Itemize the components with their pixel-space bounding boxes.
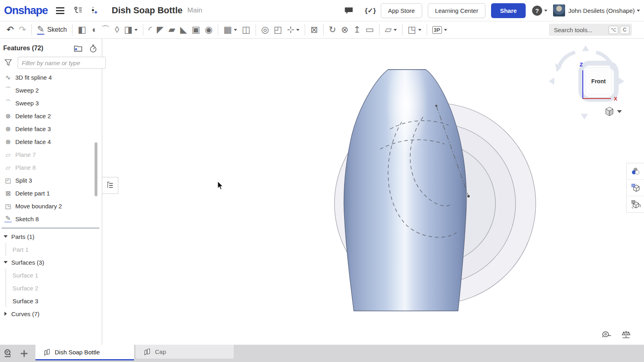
tab-search-icon xyxy=(3,348,13,358)
redo-tool-button[interactable]: ↷ xyxy=(17,23,28,36)
feature-item-plane-8[interactable]: ▱Plane 8 xyxy=(0,161,102,174)
features-panel-title: Features (72) xyxy=(3,45,68,52)
feature-item-delete-face-2[interactable]: ⊗Delete face 2 xyxy=(0,109,102,122)
thicken-tool-button[interactable]: ◨ xyxy=(122,23,140,36)
rib-tool-button[interactable]: ◣ xyxy=(178,23,189,36)
feature-item-delete-face-4[interactable]: ⊗Delete face 4 xyxy=(0,135,102,148)
sketch-tool-button[interactable]: ✎Sketch xyxy=(35,24,69,36)
appearance-options-button[interactable] xyxy=(627,163,644,180)
shell-tool-button[interactable]: ▣ xyxy=(190,23,202,36)
hole-tool-button[interactable]: ◉ xyxy=(203,23,215,36)
tab-manager-button[interactable] xyxy=(0,345,16,362)
feature-item-delete-part-1[interactable]: ⊠Delete part 1 xyxy=(0,187,102,200)
tree-item-surface-1[interactable]: Surface 1 xyxy=(6,269,102,282)
view-animation-button[interactable] xyxy=(627,196,644,212)
onshape-logo[interactable]: Onshape xyxy=(4,4,48,17)
tree-section-label: Surfaces (3) xyxy=(11,259,44,266)
featurescript-notices-icon[interactable]: {✓} xyxy=(365,6,376,15)
share-button[interactable]: Share xyxy=(491,3,526,18)
toolbar-separator xyxy=(427,24,427,35)
boolean-tool-button[interactable]: ◎ xyxy=(259,23,271,36)
enclose-tool-button[interactable]: ▭ xyxy=(363,23,376,36)
named-views-button[interactable] xyxy=(627,180,644,196)
workspace-name[interactable]: Main xyxy=(188,6,202,14)
tree-item-surface-2[interactable]: Surface 2 xyxy=(6,282,102,294)
move-face-tool-button[interactable]: ↻ xyxy=(327,23,338,36)
feature-list-scrollbar[interactable] xyxy=(95,142,97,196)
rollback-bar[interactable] xyxy=(2,228,99,228)
search-tools-input[interactable] xyxy=(553,26,607,34)
feature-item-sketch-8[interactable]: ✎Sketch 8 xyxy=(0,212,102,225)
surface-tools-tool-button[interactable]: ◳ xyxy=(406,23,423,36)
create-version-icon[interactable] xyxy=(89,5,99,16)
3p-tool-tool-button[interactable]: 3P xyxy=(430,25,449,35)
filter-input[interactable] xyxy=(18,57,106,69)
rollback-history-icon[interactable] xyxy=(89,44,98,53)
view-cube-label: Front xyxy=(591,78,606,84)
chevron-down-icon xyxy=(418,29,421,31)
z-axis-label: Z xyxy=(580,62,583,68)
delete-face-tool-button[interactable]: ⊗ xyxy=(339,23,350,36)
undo-icon: ↶ xyxy=(6,25,14,35)
feature-item-move-boundary-2[interactable]: ◳Move boundary 2 xyxy=(0,200,102,212)
versions-history-icon[interactable] xyxy=(72,5,84,16)
measure-button[interactable] xyxy=(601,329,611,339)
fillet-tool-button[interactable]: ◜ xyxy=(147,23,154,36)
move-face-icon: ↻ xyxy=(329,25,336,35)
feature-item-3d-fit-spline-4[interactable]: ∿3D fit spline 4 xyxy=(0,71,102,84)
document-title[interactable]: Dish Soap Bottle xyxy=(112,5,183,16)
plane-tool-button[interactable]: ▱ xyxy=(383,23,399,36)
offset-surface-tool-button[interactable]: ↥ xyxy=(351,23,363,36)
panel-toggle-button[interactable] xyxy=(102,177,118,194)
user-avatar[interactable] xyxy=(553,4,565,16)
extrude-tool-button[interactable]: ◧ xyxy=(76,23,88,36)
revolve-tool-button[interactable]: ◖ xyxy=(89,23,98,36)
feature-item-sweep-2[interactable]: ⌒Sweep 2 xyxy=(0,84,102,97)
tree-item-surface-3[interactable]: Surface 3 xyxy=(6,294,102,307)
mass-properties-button[interactable] xyxy=(621,329,631,339)
feature-item-delete-face-3[interactable]: ⊗Delete face 3 xyxy=(0,122,102,135)
chamfer-tool-button[interactable]: ◤ xyxy=(155,23,166,36)
transform-icon: ⊹ xyxy=(287,25,294,35)
user-menu[interactable]: John Desilets (Onshape) xyxy=(568,7,635,14)
tree-item-part-1[interactable]: Part 1 xyxy=(6,243,102,256)
split-icon: ◰ xyxy=(274,25,282,35)
transform-tool-button[interactable]: ⊹ xyxy=(285,23,301,36)
graphics-viewport[interactable]: Front Z X xyxy=(102,39,644,345)
chevron-right-icon[interactable] xyxy=(4,312,7,316)
tab-dish-soap-bottle[interactable]: Dish Soap Bottle xyxy=(35,345,134,360)
toolbar-separator xyxy=(379,24,380,35)
tree-section-curves-7[interactable]: Curves (7) xyxy=(0,307,102,320)
view-triad[interactable]: Front Z X xyxy=(545,42,626,123)
search-tools-box[interactable]: ⌥C xyxy=(549,24,632,36)
loft-tool-button[interactable]: ◊ xyxy=(113,23,121,36)
tree-children: Part 1 xyxy=(6,243,102,256)
tree-section-parts-1[interactable]: Parts (1) xyxy=(0,230,102,243)
tree-section-surfaces-3[interactable]: Surfaces (3) xyxy=(0,256,102,269)
mirror-tool-button[interactable]: ◫ xyxy=(240,23,252,36)
sweep-icon: ⌒ xyxy=(3,86,13,95)
undo-tool-button[interactable]: ↶ xyxy=(4,23,16,36)
sweep-tool-button[interactable]: ⌒ xyxy=(99,23,112,36)
tab-cap[interactable]: Cap xyxy=(136,345,234,359)
learning-center-button[interactable]: Learning Center xyxy=(428,3,486,18)
feature-item-plane-7[interactable]: ▱Plane 7 xyxy=(0,148,102,161)
chevron-down-icon[interactable] xyxy=(4,261,8,263)
delete-part-tool-button[interactable]: ⊠ xyxy=(308,23,320,36)
filter-icon[interactable] xyxy=(4,58,13,67)
linear-pattern-tool-button[interactable]: ▦ xyxy=(221,23,239,36)
feature-item-sweep-3[interactable]: ⌒Sweep 3 xyxy=(0,97,102,109)
help-icon[interactable]: ? xyxy=(532,6,542,16)
app-store-button[interactable]: App Store xyxy=(381,3,422,18)
document-tab-bar: Dish Soap BottleCap xyxy=(0,345,644,362)
draft-tool-button[interactable]: ▰ xyxy=(166,23,177,36)
feature-item-label: Plane 8 xyxy=(15,164,36,171)
comments-icon[interactable] xyxy=(343,5,354,16)
top-bar: Onshape Dish Soap Bottle Main {✓} App St… xyxy=(0,0,644,21)
feature-item-split-3[interactable]: ◰Split 3 xyxy=(0,174,102,187)
new-folder-icon[interactable] xyxy=(73,43,83,53)
chevron-down-icon[interactable] xyxy=(4,235,8,238)
main-menu-icon[interactable] xyxy=(54,5,67,16)
split-tool-button[interactable]: ◰ xyxy=(272,23,284,36)
add-tab-button[interactable] xyxy=(16,345,32,362)
